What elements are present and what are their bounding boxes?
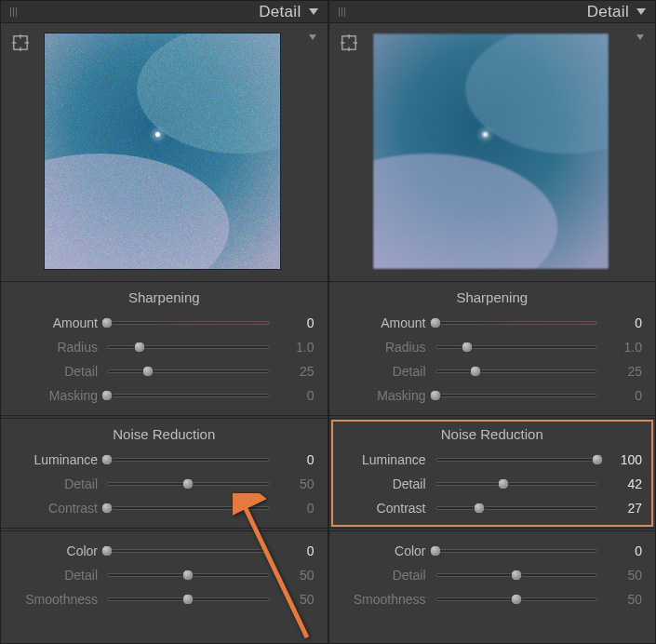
slider-value: 0: [279, 501, 315, 516]
slider-label: Detail: [342, 476, 426, 491]
slider-track: [435, 394, 598, 397]
preview-thumbnail[interactable]: [44, 33, 281, 270]
slider-amount[interactable]: [435, 314, 598, 332]
slider-knob[interactable]: [470, 366, 482, 378]
slider-knob[interactable]: [141, 366, 154, 378]
slider-track: [435, 549, 598, 553]
slider-track: [435, 321, 598, 325]
slider-smoothness[interactable]: [435, 590, 598, 609]
panel-title[interactable]: Detail: [259, 3, 301, 21]
preview-menu-icon[interactable]: [636, 34, 644, 40]
slider-detail[interactable]: [435, 475, 598, 493]
slider-knob[interactable]: [497, 478, 509, 490]
slider-track: [107, 549, 270, 553]
slider-knob[interactable]: [101, 545, 114, 557]
slider-radius[interactable]: [435, 338, 598, 356]
panel-grip-icon[interactable]: [10, 7, 18, 17]
slider-detail[interactable]: [435, 362, 598, 381]
slider-row-smoothness: Smoothness 50: [342, 587, 643, 611]
slider-detail[interactable]: [435, 566, 598, 584]
slider-luminance[interactable]: [107, 450, 270, 469]
slider-knob[interactable]: [429, 317, 441, 329]
panel-title[interactable]: Detail: [587, 3, 629, 21]
preview-menu-icon[interactable]: [309, 34, 316, 40]
preview-area: [1, 23, 328, 279]
slider-row-detail: Detail 25: [14, 359, 315, 383]
slider-knob[interactable]: [462, 342, 474, 354]
slider-value: 27: [607, 501, 642, 516]
target-picker-icon[interactable]: [12, 34, 29, 51]
slider-value: 25: [279, 364, 315, 379]
slider-value: 50: [279, 592, 315, 607]
slider-value: 1.0: [279, 340, 315, 355]
slider-masking[interactable]: [107, 386, 270, 405]
slider-value: 50: [607, 592, 642, 607]
slider-row-amount: Amount 0: [342, 311, 643, 335]
slider-color[interactable]: [107, 542, 270, 560]
section-noise-reduction: Noise Reduction Luminance 100 Detail 42 …: [329, 418, 656, 529]
slider-knob[interactable]: [101, 317, 114, 329]
slider-value: 50: [279, 476, 315, 491]
slider-luminance[interactable]: [435, 450, 598, 469]
slider-label: Detail: [14, 568, 98, 583]
slider-value: 50: [607, 568, 642, 583]
slider-value: 0: [279, 452, 315, 467]
preview-thumbnail[interactable]: [372, 33, 609, 270]
slider-knob[interactable]: [101, 503, 114, 515]
slider-contrast[interactable]: [107, 499, 270, 517]
slider-track: [435, 506, 598, 510]
slider-knob[interactable]: [101, 390, 114, 402]
slider-value: 0: [607, 315, 642, 330]
slider-label: Detail: [14, 476, 98, 491]
slider-track: [107, 394, 270, 397]
slider-value: 25: [607, 364, 642, 379]
panel-grip-icon[interactable]: [339, 7, 346, 17]
slider-row-luminance: Luminance 100: [342, 448, 643, 472]
slider-label: Amount: [342, 315, 426, 330]
slider-label: Contrast: [14, 501, 98, 516]
slider-value: 1.0: [607, 340, 642, 355]
slider-knob[interactable]: [429, 545, 441, 557]
slider-label: Masking: [342, 388, 426, 403]
slider-knob[interactable]: [592, 454, 604, 466]
slider-value: 0: [279, 543, 315, 558]
section-title: Noise Reduction: [14, 426, 315, 442]
slider-label: Detail: [14, 364, 98, 379]
slider-knob[interactable]: [182, 594, 194, 606]
panel-header: Detail: [1, 1, 328, 23]
slider-row-detail: Detail 50: [14, 472, 315, 496]
slider-knob[interactable]: [429, 390, 441, 402]
slider-knob[interactable]: [101, 454, 114, 466]
section-color-noise: Color 0 Detail 50 Smoothness 50: [1, 530, 328, 619]
slider-knob[interactable]: [133, 342, 145, 354]
slider-detail[interactable]: [107, 362, 270, 381]
slider-label: Masking: [14, 388, 98, 403]
target-picker-icon[interactable]: [341, 34, 357, 51]
slider-detail[interactable]: [107, 566, 270, 584]
slider-row-masking: Masking 0: [14, 383, 315, 408]
slider-contrast[interactable]: [435, 499, 598, 517]
slider-row-contrast: Contrast 27: [342, 496, 643, 520]
slider-track: [107, 369, 270, 373]
slider-value: 100: [607, 452, 642, 467]
slider-row-detail: Detail 42: [342, 472, 643, 496]
slider-radius[interactable]: [107, 338, 270, 356]
slider-detail[interactable]: [107, 475, 270, 493]
slider-knob[interactable]: [510, 594, 522, 606]
chevron-down-icon[interactable]: [636, 8, 646, 15]
slider-track: [435, 482, 598, 486]
slider-knob[interactable]: [182, 478, 194, 490]
slider-value: 0: [279, 315, 315, 330]
chevron-down-icon[interactable]: [309, 8, 318, 15]
slider-amount[interactable]: [107, 314, 270, 332]
slider-track: [107, 458, 270, 462]
slider-knob[interactable]: [510, 570, 522, 582]
slider-knob[interactable]: [473, 503, 485, 515]
section-sharpening: Sharpening Amount 0 Radius 1.0 Detail 25…: [1, 281, 328, 416]
slider-knob[interactable]: [182, 570, 194, 582]
slider-smoothness[interactable]: [107, 590, 270, 609]
slider-masking[interactable]: [435, 386, 598, 405]
svg-rect-17: [373, 34, 609, 269]
slider-color[interactable]: [435, 542, 598, 560]
preview-area: [329, 23, 656, 279]
